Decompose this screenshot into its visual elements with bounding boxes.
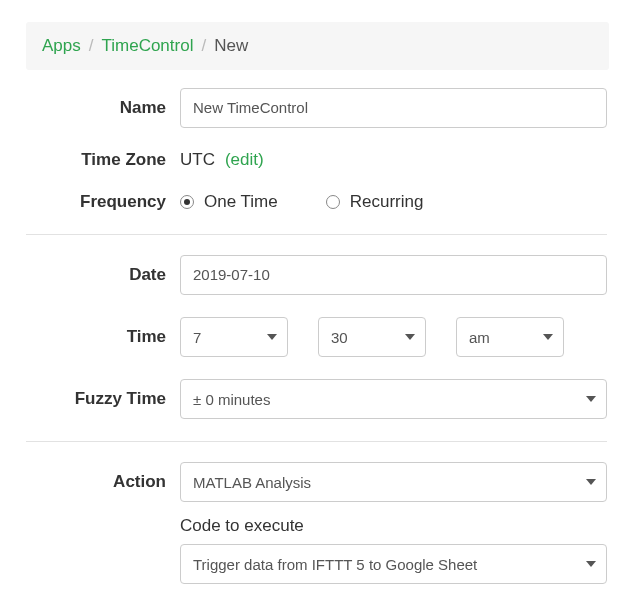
frequency-one-time-radio[interactable]: One Time [180, 192, 278, 212]
divider [26, 441, 607, 442]
breadcrumb: Apps / TimeControl / New [26, 22, 609, 70]
frequency-label: Frequency [26, 192, 180, 212]
time-label: Time [26, 327, 180, 347]
timezone-value: UTC [180, 150, 215, 170]
fuzzy-time-value: ± 0 minutes [193, 391, 270, 408]
timezone-label: Time Zone [26, 150, 180, 170]
frequency-recurring-label: Recurring [350, 192, 424, 212]
time-hour-select[interactable]: 7 [180, 317, 288, 357]
breadcrumb-apps-link[interactable]: Apps [42, 36, 81, 56]
fuzzy-time-label: Fuzzy Time [26, 389, 180, 409]
action-select[interactable]: MATLAB Analysis [180, 462, 607, 502]
divider [26, 234, 607, 235]
radio-icon [326, 195, 340, 209]
code-to-execute-label: Code to execute [180, 516, 607, 536]
time-hour-value: 7 [193, 329, 201, 346]
chevron-down-icon [543, 334, 553, 340]
breadcrumb-timecontrol-link[interactable]: TimeControl [101, 36, 193, 56]
action-label: Action [26, 472, 180, 492]
frequency-one-time-label: One Time [204, 192, 278, 212]
date-input[interactable] [180, 255, 607, 295]
code-to-execute-value: Trigger data from IFTTT 5 to Google Shee… [193, 556, 477, 573]
date-label: Date [26, 265, 180, 285]
chevron-down-icon [586, 479, 596, 485]
breadcrumb-sep: / [201, 36, 206, 56]
time-ampm-value: am [469, 329, 490, 346]
name-input[interactable] [180, 88, 607, 128]
time-minute-select[interactable]: 30 [318, 317, 426, 357]
chevron-down-icon [586, 396, 596, 402]
time-ampm-select[interactable]: am [456, 317, 564, 357]
chevron-down-icon [586, 561, 596, 567]
radio-icon [180, 195, 194, 209]
name-label: Name [26, 98, 180, 118]
chevron-down-icon [405, 334, 415, 340]
fuzzy-time-select[interactable]: ± 0 minutes [180, 379, 607, 419]
time-minute-value: 30 [331, 329, 348, 346]
frequency-recurring-radio[interactable]: Recurring [326, 192, 424, 212]
timezone-edit-link[interactable]: (edit) [225, 150, 264, 170]
breadcrumb-sep: / [89, 36, 94, 56]
chevron-down-icon [267, 334, 277, 340]
action-value: MATLAB Analysis [193, 474, 311, 491]
breadcrumb-current: New [214, 36, 248, 56]
code-to-execute-select[interactable]: Trigger data from IFTTT 5 to Google Shee… [180, 544, 607, 584]
